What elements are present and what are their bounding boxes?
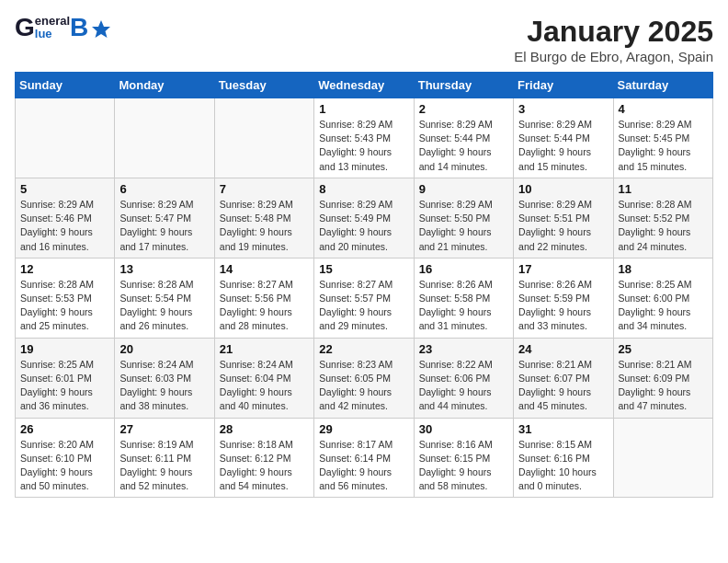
day-info: Sunrise: 8:15 AM Sunset: 6:16 PM Dayligh…: [518, 438, 608, 494]
day-info: Sunrise: 8:29 AM Sunset: 5:45 PM Dayligh…: [619, 118, 708, 174]
day-cell: 6Sunrise: 8:29 AM Sunset: 5:47 PM Daylig…: [115, 178, 214, 258]
title-block: January 2025 El Burgo de Ebro, Aragon, S…: [514, 15, 713, 64]
day-number: 5: [20, 182, 109, 196]
day-cell: 18Sunrise: 8:25 AM Sunset: 6:00 PM Dayli…: [613, 258, 712, 338]
weekday-header-thursday: Thursday: [414, 73, 513, 98]
logo-blue-b: B: [70, 15, 88, 40]
day-cell: 19Sunrise: 8:25 AM Sunset: 6:01 PM Dayli…: [16, 338, 115, 418]
day-number: 23: [419, 342, 508, 356]
day-number: 20: [119, 342, 209, 356]
day-number: 11: [619, 182, 708, 196]
day-number: 9: [419, 182, 508, 196]
day-number: 27: [119, 422, 209, 436]
day-number: 18: [619, 262, 708, 276]
day-info: Sunrise: 8:28 AM Sunset: 5:54 PM Dayligh…: [119, 278, 209, 334]
day-info: Sunrise: 8:22 AM Sunset: 6:06 PM Dayligh…: [419, 358, 508, 414]
day-cell: 29Sunrise: 8:17 AM Sunset: 6:14 PM Dayli…: [314, 418, 414, 498]
day-info: Sunrise: 8:29 AM Sunset: 5:49 PM Dayligh…: [319, 198, 408, 254]
day-cell: 9Sunrise: 8:29 AM Sunset: 5:50 PM Daylig…: [414, 178, 513, 258]
day-number: 8: [319, 182, 408, 196]
day-info: Sunrise: 8:29 AM Sunset: 5:46 PM Dayligh…: [20, 198, 109, 254]
day-number: 12: [20, 262, 109, 276]
day-info: Sunrise: 8:29 AM Sunset: 5:43 PM Dayligh…: [319, 118, 408, 174]
day-cell: 3Sunrise: 8:29 AM Sunset: 5:44 PM Daylig…: [514, 98, 613, 178]
weekday-header-sunday: Sunday: [16, 73, 115, 98]
day-info: Sunrise: 8:25 AM Sunset: 6:00 PM Dayligh…: [619, 278, 708, 334]
day-number: 7: [220, 182, 309, 196]
weekday-header-tuesday: Tuesday: [214, 73, 313, 98]
day-number: 17: [518, 262, 608, 276]
day-cell: 20Sunrise: 8:24 AM Sunset: 6:03 PM Dayli…: [115, 338, 214, 418]
day-cell: 26Sunrise: 8:20 AM Sunset: 6:10 PM Dayli…: [16, 418, 115, 498]
day-cell: [115, 98, 214, 178]
day-cell: 30Sunrise: 8:16 AM Sunset: 6:15 PM Dayli…: [414, 418, 513, 498]
day-number: 6: [119, 182, 209, 196]
day-number: 3: [518, 102, 608, 116]
day-info: Sunrise: 8:29 AM Sunset: 5:51 PM Dayligh…: [518, 198, 608, 254]
logo-blue-text: lue: [35, 28, 70, 40]
week-row-5: 26Sunrise: 8:20 AM Sunset: 6:10 PM Dayli…: [16, 418, 713, 498]
day-info: Sunrise: 8:27 AM Sunset: 5:57 PM Dayligh…: [319, 278, 408, 334]
logo-general-g: G: [15, 15, 35, 40]
day-number: 13: [119, 262, 209, 276]
day-cell: 1Sunrise: 8:29 AM Sunset: 5:43 PM Daylig…: [314, 98, 414, 178]
location-title: El Burgo de Ebro, Aragon, Spain: [514, 49, 713, 64]
day-number: 22: [319, 342, 408, 356]
day-cell: 28Sunrise: 8:18 AM Sunset: 6:12 PM Dayli…: [214, 418, 313, 498]
weekday-header-monday: Monday: [115, 73, 214, 98]
day-cell: 8Sunrise: 8:29 AM Sunset: 5:49 PM Daylig…: [314, 178, 414, 258]
weekday-header-friday: Friday: [514, 73, 613, 98]
day-cell: 12Sunrise: 8:28 AM Sunset: 5:53 PM Dayli…: [16, 258, 115, 338]
day-info: Sunrise: 8:20 AM Sunset: 6:10 PM Dayligh…: [20, 438, 109, 494]
weekday-header-row: SundayMondayTuesdayWednesdayThursdayFrid…: [16, 73, 713, 98]
day-cell: 10Sunrise: 8:29 AM Sunset: 5:51 PM Dayli…: [514, 178, 613, 258]
week-row-2: 5Sunrise: 8:29 AM Sunset: 5:46 PM Daylig…: [16, 178, 713, 258]
day-number: 15: [319, 262, 408, 276]
day-number: 10: [518, 182, 608, 196]
day-number: 24: [518, 342, 608, 356]
day-info: Sunrise: 8:21 AM Sunset: 6:09 PM Dayligh…: [619, 358, 708, 414]
day-cell: [214, 98, 313, 178]
day-number: 4: [619, 102, 708, 116]
day-number: 19: [20, 342, 109, 356]
day-number: 1: [319, 102, 408, 116]
day-info: Sunrise: 8:19 AM Sunset: 6:11 PM Dayligh…: [119, 438, 209, 494]
day-info: Sunrise: 8:28 AM Sunset: 5:52 PM Dayligh…: [619, 198, 708, 254]
day-info: Sunrise: 8:29 AM Sunset: 5:44 PM Dayligh…: [518, 118, 608, 174]
day-cell: 27Sunrise: 8:19 AM Sunset: 6:11 PM Dayli…: [115, 418, 214, 498]
day-info: Sunrise: 8:26 AM Sunset: 5:59 PM Dayligh…: [518, 278, 608, 334]
day-info: Sunrise: 8:29 AM Sunset: 5:50 PM Dayligh…: [419, 198, 508, 254]
day-number: 16: [419, 262, 508, 276]
day-number: 28: [220, 422, 309, 436]
day-number: 14: [220, 262, 309, 276]
day-cell: 24Sunrise: 8:21 AM Sunset: 6:07 PM Dayli…: [514, 338, 613, 418]
day-cell: 16Sunrise: 8:26 AM Sunset: 5:58 PM Dayli…: [414, 258, 513, 338]
day-number: 31: [518, 422, 608, 436]
day-number: 26: [20, 422, 109, 436]
flag-icon: [91, 18, 111, 39]
day-number: 25: [619, 342, 708, 356]
day-number: 30: [419, 422, 508, 436]
day-cell: 4Sunrise: 8:29 AM Sunset: 5:45 PM Daylig…: [613, 98, 712, 178]
day-info: Sunrise: 8:25 AM Sunset: 6:01 PM Dayligh…: [20, 358, 109, 414]
day-info: Sunrise: 8:29 AM Sunset: 5:48 PM Dayligh…: [220, 198, 309, 254]
day-info: Sunrise: 8:29 AM Sunset: 5:47 PM Dayligh…: [119, 198, 209, 254]
day-info: Sunrise: 8:23 AM Sunset: 6:05 PM Dayligh…: [319, 358, 408, 414]
day-cell: 2Sunrise: 8:29 AM Sunset: 5:44 PM Daylig…: [414, 98, 513, 178]
logo-general-text: eneral: [35, 15, 70, 28]
day-cell: 25Sunrise: 8:21 AM Sunset: 6:09 PM Dayli…: [613, 338, 712, 418]
day-cell: 17Sunrise: 8:26 AM Sunset: 5:59 PM Dayli…: [514, 258, 613, 338]
day-info: Sunrise: 8:16 AM Sunset: 6:15 PM Dayligh…: [419, 438, 508, 494]
day-cell: 14Sunrise: 8:27 AM Sunset: 5:56 PM Dayli…: [214, 258, 313, 338]
day-info: Sunrise: 8:28 AM Sunset: 5:53 PM Dayligh…: [20, 278, 109, 334]
svg-marker-0: [92, 20, 110, 38]
day-cell: 23Sunrise: 8:22 AM Sunset: 6:06 PM Dayli…: [414, 338, 513, 418]
day-cell: [16, 98, 115, 178]
week-row-3: 12Sunrise: 8:28 AM Sunset: 5:53 PM Dayli…: [16, 258, 713, 338]
page-header: G eneral lue B January 2025 El Burgo de …: [15, 15, 713, 64]
day-info: Sunrise: 8:26 AM Sunset: 5:58 PM Dayligh…: [419, 278, 508, 334]
day-cell: 11Sunrise: 8:28 AM Sunset: 5:52 PM Dayli…: [613, 178, 712, 258]
week-row-4: 19Sunrise: 8:25 AM Sunset: 6:01 PM Dayli…: [16, 338, 713, 418]
day-info: Sunrise: 8:24 AM Sunset: 6:03 PM Dayligh…: [119, 358, 209, 414]
weekday-header-saturday: Saturday: [613, 73, 712, 98]
